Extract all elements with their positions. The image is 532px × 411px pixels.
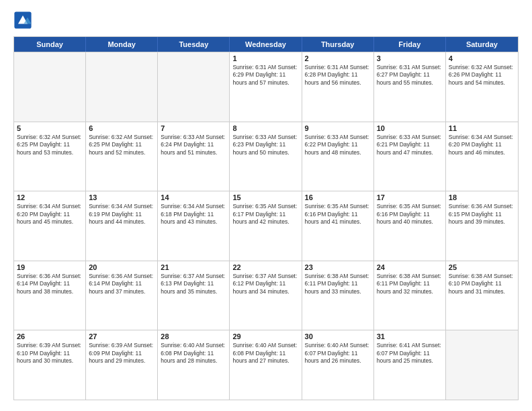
weekday-header-monday: Monday — [86, 37, 158, 52]
day-cell-15: 15Sunrise: 6:35 AM Sunset: 6:17 PM Dayli… — [230, 191, 302, 261]
weekday-header-wednesday: Wednesday — [230, 37, 302, 52]
day-number: 3 — [377, 54, 443, 62]
day-cell-22: 22Sunrise: 6:37 AM Sunset: 6:12 PM Dayli… — [230, 261, 302, 330]
day-number: 26 — [17, 332, 83, 340]
day-info: Sunrise: 6:41 AM Sunset: 6:07 PM Dayligh… — [377, 342, 443, 365]
day-number: 20 — [89, 263, 154, 271]
weekday-header-saturday: Saturday — [446, 37, 518, 52]
day-info: Sunrise: 6:31 AM Sunset: 6:29 PM Dayligh… — [232, 64, 298, 87]
day-cell-16: 16Sunrise: 6:35 AM Sunset: 6:16 PM Dayli… — [302, 191, 374, 261]
day-cell-11: 11Sunrise: 6:34 AM Sunset: 6:20 PM Dayli… — [446, 122, 518, 191]
day-info: Sunrise: 6:37 AM Sunset: 6:12 PM Dayligh… — [232, 273, 298, 295]
calendar-header: SundayMondayTuesdayWednesdayThursdayFrid… — [14, 37, 518, 52]
day-info: Sunrise: 6:35 AM Sunset: 6:17 PM Dayligh… — [232, 203, 298, 226]
day-number: 6 — [89, 124, 154, 132]
day-cell-12: 12Sunrise: 6:34 AM Sunset: 6:20 PM Dayli… — [14, 191, 86, 261]
calendar-row-3: 19Sunrise: 6:36 AM Sunset: 6:14 PM Dayli… — [14, 261, 518, 330]
day-info: Sunrise: 6:34 AM Sunset: 6:20 PM Dayligh… — [449, 134, 515, 156]
day-cell-14: 14Sunrise: 6:34 AM Sunset: 6:18 PM Dayli… — [158, 191, 230, 261]
day-info: Sunrise: 6:37 AM Sunset: 6:13 PM Dayligh… — [161, 273, 226, 295]
weekday-header-friday: Friday — [374, 37, 446, 52]
calendar-row-0: 1Sunrise: 6:31 AM Sunset: 6:29 PM Daylig… — [14, 52, 518, 122]
day-info: Sunrise: 6:32 AM Sunset: 6:26 PM Dayligh… — [449, 64, 515, 87]
day-number: 17 — [377, 193, 443, 201]
day-info: Sunrise: 6:38 AM Sunset: 6:11 PM Dayligh… — [377, 273, 443, 295]
day-info: Sunrise: 6:32 AM Sunset: 6:25 PM Dayligh… — [89, 134, 154, 156]
day-cell-17: 17Sunrise: 6:35 AM Sunset: 6:16 PM Dayli… — [374, 191, 446, 261]
weekday-header-tuesday: Tuesday — [158, 37, 230, 52]
day-cell-7: 7Sunrise: 6:33 AM Sunset: 6:24 PM Daylig… — [158, 122, 230, 191]
day-number: 21 — [161, 263, 226, 271]
day-cell-24: 24Sunrise: 6:38 AM Sunset: 6:11 PM Dayli… — [374, 261, 446, 330]
day-cell-19: 19Sunrise: 6:36 AM Sunset: 6:14 PM Dayli… — [14, 261, 86, 330]
day-cell-27: 27Sunrise: 6:39 AM Sunset: 6:09 PM Dayli… — [86, 330, 158, 400]
day-info: Sunrise: 6:34 AM Sunset: 6:19 PM Dayligh… — [89, 203, 154, 226]
day-number: 23 — [305, 263, 371, 271]
day-number: 18 — [449, 193, 515, 201]
day-info: Sunrise: 6:33 AM Sunset: 6:22 PM Dayligh… — [305, 134, 371, 156]
day-info: Sunrise: 6:38 AM Sunset: 6:10 PM Dayligh… — [449, 273, 515, 295]
day-cell-6: 6Sunrise: 6:32 AM Sunset: 6:25 PM Daylig… — [86, 122, 158, 191]
day-cell-20: 20Sunrise: 6:36 AM Sunset: 6:14 PM Dayli… — [86, 261, 158, 330]
day-number: 2 — [305, 54, 371, 62]
day-cell-26: 26Sunrise: 6:39 AM Sunset: 6:10 PM Dayli… — [14, 330, 86, 400]
calendar-row-1: 5Sunrise: 6:32 AM Sunset: 6:25 PM Daylig… — [14, 122, 518, 191]
day-number: 22 — [232, 263, 298, 271]
day-number: 13 — [89, 193, 154, 201]
day-info: Sunrise: 6:33 AM Sunset: 6:21 PM Dayligh… — [377, 134, 443, 156]
page: SundayMondayTuesdayWednesdayThursdayFrid… — [0, 0, 532, 411]
day-number: 16 — [305, 193, 371, 201]
day-info: Sunrise: 6:40 AM Sunset: 6:08 PM Dayligh… — [161, 342, 226, 365]
day-cell-empty — [14, 52, 86, 122]
day-info: Sunrise: 6:34 AM Sunset: 6:18 PM Dayligh… — [161, 203, 226, 226]
day-number: 10 — [377, 124, 443, 132]
day-cell-8: 8Sunrise: 6:33 AM Sunset: 6:23 PM Daylig… — [230, 122, 302, 191]
day-cell-2: 2Sunrise: 6:31 AM Sunset: 6:28 PM Daylig… — [302, 52, 374, 122]
day-cell-10: 10Sunrise: 6:33 AM Sunset: 6:21 PM Dayli… — [374, 122, 446, 191]
day-info: Sunrise: 6:35 AM Sunset: 6:16 PM Dayligh… — [305, 203, 371, 226]
day-number: 31 — [377, 332, 443, 340]
day-number: 27 — [89, 332, 154, 340]
day-number: 12 — [17, 193, 83, 201]
day-number: 1 — [232, 54, 298, 62]
day-cell-30: 30Sunrise: 6:40 AM Sunset: 6:07 PM Dayli… — [302, 330, 374, 400]
day-number: 11 — [449, 124, 515, 132]
day-cell-28: 28Sunrise: 6:40 AM Sunset: 6:08 PM Dayli… — [158, 330, 230, 400]
day-info: Sunrise: 6:36 AM Sunset: 6:14 PM Dayligh… — [89, 273, 154, 295]
day-info: Sunrise: 6:39 AM Sunset: 6:10 PM Dayligh… — [17, 342, 83, 365]
day-number: 5 — [17, 124, 83, 132]
day-cell-29: 29Sunrise: 6:40 AM Sunset: 6:08 PM Dayli… — [230, 330, 302, 400]
calendar-row-4: 26Sunrise: 6:39 AM Sunset: 6:10 PM Dayli… — [14, 330, 518, 400]
day-cell-31: 31Sunrise: 6:41 AM Sunset: 6:07 PM Dayli… — [374, 330, 446, 400]
day-info: Sunrise: 6:32 AM Sunset: 6:25 PM Dayligh… — [17, 134, 83, 156]
day-number: 7 — [161, 124, 226, 132]
day-cell-18: 18Sunrise: 6:36 AM Sunset: 6:15 PM Dayli… — [446, 191, 518, 261]
day-cell-3: 3Sunrise: 6:31 AM Sunset: 6:27 PM Daylig… — [374, 52, 446, 122]
day-info: Sunrise: 6:31 AM Sunset: 6:28 PM Dayligh… — [305, 64, 371, 87]
day-info: Sunrise: 6:36 AM Sunset: 6:15 PM Dayligh… — [449, 203, 515, 226]
calendar-row-2: 12Sunrise: 6:34 AM Sunset: 6:20 PM Dayli… — [14, 191, 518, 261]
day-info: Sunrise: 6:36 AM Sunset: 6:14 PM Dayligh… — [17, 273, 83, 295]
day-number: 8 — [232, 124, 298, 132]
day-cell-5: 5Sunrise: 6:32 AM Sunset: 6:25 PM Daylig… — [14, 122, 86, 191]
day-cell-9: 9Sunrise: 6:33 AM Sunset: 6:22 PM Daylig… — [302, 122, 374, 191]
day-number: 15 — [232, 193, 298, 201]
day-info: Sunrise: 6:31 AM Sunset: 6:27 PM Dayligh… — [377, 64, 443, 87]
day-cell-empty — [158, 52, 230, 122]
day-number: 19 — [17, 263, 83, 271]
day-info: Sunrise: 6:39 AM Sunset: 6:09 PM Dayligh… — [89, 342, 154, 365]
day-number: 24 — [377, 263, 443, 271]
day-cell-empty — [446, 330, 518, 400]
day-number: 25 — [449, 263, 515, 271]
weekday-header-thursday: Thursday — [302, 37, 374, 52]
day-info: Sunrise: 6:33 AM Sunset: 6:23 PM Dayligh… — [232, 134, 298, 156]
day-info: Sunrise: 6:33 AM Sunset: 6:24 PM Dayligh… — [161, 134, 226, 156]
day-number: 9 — [305, 124, 371, 132]
day-info: Sunrise: 6:35 AM Sunset: 6:16 PM Dayligh… — [377, 203, 443, 226]
day-cell-13: 13Sunrise: 6:34 AM Sunset: 6:19 PM Dayli… — [86, 191, 158, 261]
header — [13, 11, 519, 30]
day-number: 30 — [305, 332, 371, 340]
day-number: 29 — [232, 332, 298, 340]
day-cell-4: 4Sunrise: 6:32 AM Sunset: 6:26 PM Daylig… — [446, 52, 518, 122]
calendar: SundayMondayTuesdayWednesdayThursdayFrid… — [13, 36, 519, 400]
